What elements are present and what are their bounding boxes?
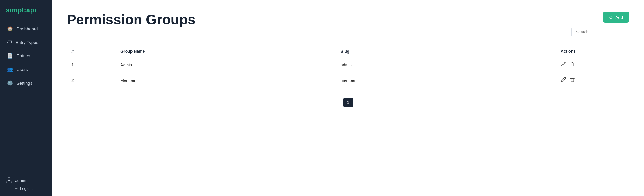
- cell-slug: member: [336, 73, 556, 88]
- cell-num: 2: [67, 73, 116, 88]
- sidebar-item-settings[interactable]: ⚙️ Settings: [3, 77, 49, 90]
- sidebar-item-entries[interactable]: 📄 Entries: [3, 49, 49, 62]
- sidebar-item-label: Settings: [17, 81, 32, 86]
- edit-icon[interactable]: [561, 61, 566, 68]
- search-input[interactable]: [571, 27, 629, 37]
- home-icon: 🏠: [7, 26, 13, 32]
- sidebar-item-users[interactable]: 👥 Users: [3, 63, 49, 76]
- sidebar-item-label: Users: [17, 67, 28, 72]
- add-button-label: Add: [615, 15, 623, 20]
- sidebar-item-label: Entry Types: [15, 40, 38, 45]
- pagination: 1: [67, 98, 629, 107]
- table-row: 1 Admin admin: [67, 57, 629, 73]
- svg-rect-4: [571, 79, 574, 82]
- col-header-actions: Actions: [556, 46, 629, 57]
- col-header-num: #: [67, 46, 116, 57]
- sidebar-item-label: Entries: [17, 53, 30, 58]
- logo-text2: api: [26, 6, 37, 14]
- users-icon: 👥: [7, 66, 13, 73]
- add-button[interactable]: ⊕ Add: [603, 12, 629, 23]
- page-button-1[interactable]: 1: [343, 98, 353, 107]
- sidebar-footer: admin ↪ Log out: [0, 171, 52, 196]
- logout-icon: ↪: [15, 186, 18, 191]
- app-logo: simpl:api: [0, 0, 52, 22]
- cell-actions: [556, 57, 629, 73]
- tag-icon: 🏷: [7, 39, 12, 45]
- permission-groups-table: # Group Name Slug Actions 1 Admin admin: [67, 46, 629, 88]
- delete-icon[interactable]: [570, 77, 575, 84]
- user-info: admin: [6, 176, 46, 185]
- cell-group-name: Member: [116, 73, 336, 88]
- svg-rect-1: [571, 63, 574, 66]
- settings-icon: ⚙️: [7, 80, 13, 86]
- cell-group-name: Admin: [116, 57, 336, 73]
- logout-button[interactable]: ↪ Log out: [6, 186, 46, 191]
- main-content: Permission Groups ⊕ Add # Group Name Slu…: [52, 0, 644, 196]
- sidebar-nav: 🏠 Dashboard 🏷 Entry Types 📄 Entries 👥 Us…: [0, 22, 52, 171]
- plus-icon: ⊕: [609, 15, 613, 20]
- page-title: Permission Groups: [67, 12, 196, 28]
- cell-actions: [556, 73, 629, 88]
- table-row: 2 Member member: [67, 73, 629, 88]
- sidebar: simpl:api 🏠 Dashboard 🏷 Entry Types 📄 En…: [0, 0, 52, 196]
- col-header-group-name: Group Name: [116, 46, 336, 57]
- avatar-icon: [6, 176, 12, 185]
- delete-icon[interactable]: [570, 61, 575, 68]
- page-header: Permission Groups ⊕ Add: [67, 12, 629, 37]
- logo-text1: simpl:: [6, 6, 26, 14]
- edit-icon[interactable]: [561, 77, 566, 84]
- cell-slug: admin: [336, 57, 556, 73]
- document-icon: 📄: [7, 53, 13, 59]
- sidebar-item-entry-types[interactable]: 🏷 Entry Types: [3, 36, 49, 49]
- col-header-slug: Slug: [336, 46, 556, 57]
- cell-num: 1: [67, 57, 116, 73]
- table-container: # Group Name Slug Actions 1 Admin admin: [67, 46, 629, 88]
- sidebar-item-label: Dashboard: [17, 26, 38, 31]
- sidebar-item-dashboard[interactable]: 🏠 Dashboard: [3, 22, 49, 35]
- table-header-row: # Group Name Slug Actions: [67, 46, 629, 57]
- logout-label: Log out: [20, 186, 33, 191]
- svg-point-0: [8, 178, 10, 180]
- username: admin: [15, 178, 26, 183]
- header-right: ⊕ Add: [571, 12, 629, 37]
